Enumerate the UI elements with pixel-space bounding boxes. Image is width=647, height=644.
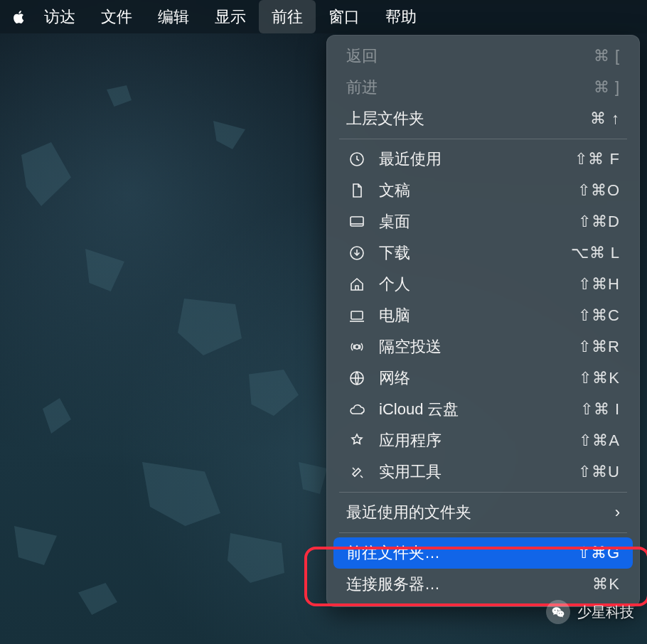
menu-item-label: 返回	[346, 45, 594, 67]
cloud-icon	[346, 401, 368, 418]
home-icon	[346, 276, 368, 293]
document-icon	[346, 182, 368, 199]
svg-rect-1	[351, 217, 363, 226]
wechat-icon	[546, 600, 570, 624]
menu-item-recents[interactable]: 最近使用 ⇧⌘ F	[326, 144, 640, 175]
menu-view[interactable]: 显示	[202, 0, 259, 33]
menu-item-icloud[interactable]: iCloud 云盘 ⇧⌘ I	[326, 394, 640, 425]
go-menu-dropdown: 返回 ⌘ [ 前进 ⌘ ] 上层文件夹 ⌘ ↑ 最近使用 ⇧⌘ F 文稿 ⇧⌘O…	[326, 35, 640, 607]
menu-item-shortcut: ⇧⌘D	[578, 213, 620, 231]
menu-item-shortcut: ⇧⌘ F	[574, 150, 620, 168]
menu-item-shortcut: ⌘ [	[594, 47, 620, 65]
network-icon	[346, 370, 368, 387]
menu-item-label: 网络	[379, 367, 579, 389]
menu-item-label: 桌面	[379, 211, 578, 232]
menu-item-label: 连接服务器…	[346, 574, 592, 595]
menu-item-shortcut: ⇧⌘ I	[580, 400, 620, 419]
menu-item-label: 前进	[346, 77, 594, 98]
menu-item-shortcut: ⌥⌘ L	[571, 244, 620, 262]
menu-item-go-to-folder[interactable]: 前往文件夹… ⇧⌘G	[333, 537, 633, 569]
menu-item-label: 最近使用的文件夹	[346, 502, 615, 523]
menu-separator	[339, 139, 627, 139]
menu-item-label: 应用程序	[379, 430, 579, 451]
watermark-text: 少星科技	[577, 603, 634, 622]
svg-point-4	[355, 345, 359, 349]
menu-item-shortcut: ⇧⌘O	[577, 181, 620, 200]
computer-icon	[346, 307, 368, 324]
menu-separator	[339, 532, 627, 533]
menu-item-label: 前往文件夹…	[346, 542, 577, 564]
menu-item-label: iCloud 云盘	[379, 399, 580, 420]
apps-icon	[346, 432, 368, 449]
menu-item-label: 电脑	[379, 305, 578, 326]
chevron-right-icon: ›	[615, 503, 620, 522]
svg-rect-3	[351, 311, 363, 319]
menu-item-shortcut: ⇧⌘R	[578, 338, 620, 356]
menu-item-applications[interactable]: 应用程序 ⇧⌘A	[326, 425, 640, 456]
menu-item-computer[interactable]: 电脑 ⇧⌘C	[326, 300, 640, 331]
menu-bar: 访达 文件 编辑 显示 前往 窗口 帮助	[0, 0, 647, 33]
menu-finder[interactable]: 访达	[31, 0, 88, 33]
menu-item-recent-folders[interactable]: 最近使用的文件夹 ›	[326, 497, 640, 528]
menu-help[interactable]: 帮助	[373, 0, 429, 33]
menu-item-home[interactable]: 个人 ⇧⌘H	[326, 269, 640, 300]
menu-file[interactable]: 文件	[88, 0, 145, 33]
menu-item-shortcut: ⇧⌘U	[578, 463, 620, 481]
menu-item-label: 下载	[379, 242, 571, 264]
menu-edit[interactable]: 编辑	[145, 0, 202, 33]
airdrop-icon	[346, 338, 368, 355]
menu-go[interactable]: 前往	[259, 0, 316, 33]
desktop-icon	[346, 213, 368, 230]
menu-item-shortcut: ⌘K	[592, 575, 620, 594]
menu-item-desktop[interactable]: 桌面 ⇧⌘D	[326, 206, 640, 237]
menu-item-connect-to-server[interactable]: 连接服务器… ⌘K	[326, 569, 640, 600]
menu-item-utilities[interactable]: 实用工具 ⇧⌘U	[326, 456, 640, 488]
menu-item-shortcut: ⌘ ]	[594, 78, 620, 97]
menu-item-label: 文稿	[379, 180, 577, 201]
menu-item-label: 实用工具	[379, 461, 578, 483]
menu-item-label: 最近使用	[379, 149, 574, 170]
menu-item-shortcut: ⇧⌘C	[578, 306, 620, 325]
menu-item-forward[interactable]: 前进 ⌘ ]	[326, 72, 640, 103]
menu-item-shortcut: ⇧⌘A	[579, 431, 620, 450]
menu-item-shortcut: ⌘ ↑	[590, 109, 620, 128]
menu-item-airdrop[interactable]: 隔空投送 ⇧⌘R	[326, 331, 640, 363]
menu-item-network[interactable]: 网络 ⇧⌘K	[326, 363, 640, 394]
menu-item-documents[interactable]: 文稿 ⇧⌘O	[326, 175, 640, 206]
tools-icon	[346, 463, 368, 481]
menu-item-enclosing-folder[interactable]: 上层文件夹 ⌘ ↑	[326, 103, 640, 134]
menu-item-shortcut: ⇧⌘G	[577, 544, 620, 562]
menu-item-label: 个人	[379, 274, 578, 295]
menu-window[interactable]: 窗口	[316, 0, 373, 33]
menu-item-label: 隔空投送	[379, 336, 578, 358]
download-icon	[346, 245, 368, 262]
menu-item-label: 上层文件夹	[346, 108, 590, 129]
menu-item-back[interactable]: 返回 ⌘ [	[326, 41, 640, 72]
clock-icon	[346, 151, 368, 168]
menu-separator	[339, 492, 627, 493]
watermark: 少星科技	[546, 600, 634, 624]
apple-menu[interactable]	[7, 0, 31, 33]
menu-item-shortcut: ⇧⌘H	[578, 275, 620, 294]
menu-item-shortcut: ⇧⌘K	[579, 369, 620, 387]
menu-item-downloads[interactable]: 下载 ⌥⌘ L	[326, 237, 640, 269]
